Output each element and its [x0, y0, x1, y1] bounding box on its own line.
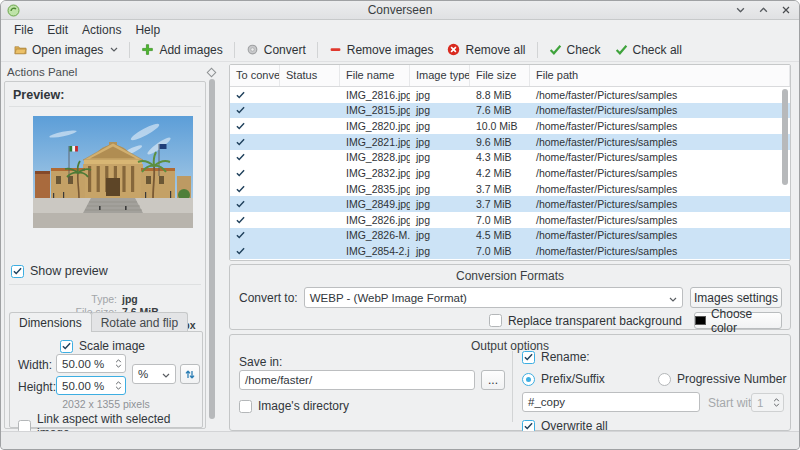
table-scrollbar[interactable]: [781, 88, 789, 259]
row-file-name: IMG_2816.jpg: [340, 89, 410, 101]
table-row[interactable]: IMG_2826.jpg jpg 7.0 MiB /home/faster/Pi…: [230, 212, 790, 228]
images-directory-label: Image's directory: [258, 399, 349, 413]
remove-images-button[interactable]: Remove images: [322, 41, 441, 59]
row-file-size: 8.8 MiB: [470, 89, 530, 101]
table-row[interactable]: IMG_2849.jpg jpg 3.7 MiB /home/faster/Pi…: [230, 196, 790, 212]
row-check-icon[interactable]: [230, 198, 280, 210]
table-row[interactable]: IMG_2815.jpg jpg 7.6 MiB /home/faster/Pi…: [230, 103, 790, 119]
panel-scrollbar-thumb[interactable]: [209, 79, 215, 419]
progressive-number-radio[interactable]: [658, 373, 671, 386]
height-label: Height:: [18, 380, 56, 394]
chevron-down-icon: [162, 368, 170, 380]
type-label: Type:: [5, 293, 117, 305]
replace-transparent-checkbox[interactable]: [489, 314, 502, 327]
row-file-path: /home/faster/Pictures/samples: [530, 120, 790, 132]
table-row[interactable]: IMG_2816.jpg jpg 8.8 MiB /home/faster/Pi…: [230, 87, 790, 103]
table-row[interactable]: IMG_2854-2.j... jpg 7.0 MiB /home/faster…: [230, 243, 790, 259]
convert-button[interactable]: Convert: [239, 41, 313, 59]
table-scrollbar-thumb[interactable]: [782, 89, 788, 185]
header-status[interactable]: Status: [280, 65, 340, 86]
swap-arrows-icon: [185, 369, 195, 380]
spinner-arrows-icon[interactable]: [111, 359, 125, 368]
maximize-icon[interactable]: [756, 3, 770, 17]
choose-color-button[interactable]: Choose color: [694, 312, 782, 329]
minimize-icon[interactable]: [733, 3, 747, 17]
row-check-icon[interactable]: [230, 245, 280, 257]
row-image-type: jpg: [410, 229, 470, 241]
table-row[interactable]: IMG_2832.jpg jpg 4.2 MiB /home/faster/Pi…: [230, 165, 790, 181]
row-file-name: IMG_2835.jpg: [340, 183, 410, 195]
rename-label: Rename:: [541, 350, 590, 364]
check-button[interactable]: Check: [542, 41, 608, 59]
menu-actions[interactable]: Actions: [75, 22, 128, 38]
menu-edit[interactable]: Edit: [40, 22, 75, 38]
scale-image-checkbox[interactable]: [60, 340, 73, 353]
rename-pattern-input[interactable]: #_copy: [522, 392, 700, 412]
row-check-icon[interactable]: [230, 89, 280, 101]
menu-help[interactable]: Help: [128, 22, 167, 38]
show-preview-checkbox[interactable]: [11, 265, 24, 278]
check-all-button[interactable]: Check all: [608, 41, 689, 59]
close-icon[interactable]: [779, 3, 793, 17]
convert-gear-icon: [246, 43, 259, 56]
toolbar-separator: [317, 42, 318, 58]
add-images-button[interactable]: Add images: [134, 41, 229, 59]
menu-file[interactable]: File: [7, 22, 40, 38]
actions-panel-title: Actions Panel: [7, 66, 77, 78]
row-file-size: 3.7 MiB: [470, 198, 530, 210]
header-file-path[interactable]: File path: [530, 65, 790, 86]
row-check-icon[interactable]: [230, 104, 280, 116]
open-images-button[interactable]: Open images: [7, 41, 125, 59]
row-image-type: jpg: [410, 89, 470, 101]
save-in-input[interactable]: /home/faster/: [239, 370, 475, 390]
row-check-icon[interactable]: [230, 183, 280, 195]
prefix-suffix-label: Prefix/Suffix: [541, 372, 605, 386]
divider: [512, 351, 513, 422]
row-check-icon[interactable]: [230, 136, 280, 148]
spinner-arrows-icon[interactable]: [769, 398, 783, 407]
spinner-arrows-icon[interactable]: [111, 381, 125, 390]
header-file-name[interactable]: File name: [340, 65, 410, 86]
format-dropdown[interactable]: WEBP - (WebP Image Format): [304, 287, 683, 308]
row-file-size: 10.0 MiB: [470, 120, 530, 132]
table-row[interactable]: IMG_2820.jpg jpg 10.0 MiB /home/faster/P…: [230, 118, 790, 134]
row-file-name: IMG_2849.jpg: [340, 198, 410, 210]
height-value: 50.00 %: [62, 380, 104, 392]
add-plus-icon: [141, 43, 154, 56]
images-directory-checkbox[interactable]: [239, 400, 252, 413]
images-settings-button[interactable]: Images settings: [690, 287, 782, 308]
reset-dimensions-button[interactable]: [180, 364, 200, 384]
unit-dropdown[interactable]: %: [132, 364, 176, 384]
convert-label: Convert: [264, 43, 306, 57]
browse-button[interactable]: ...: [481, 370, 505, 390]
header-file-size[interactable]: File size: [470, 65, 530, 86]
panel-scrollbar[interactable]: [208, 77, 216, 425]
row-check-icon[interactable]: [230, 229, 280, 241]
table-row[interactable]: IMG_2828.jpg jpg 4.3 MiB /home/faster/Pi…: [230, 150, 790, 166]
dimensions-tab-panel: Scale image Width: 50.00 % Height: 50.00…: [9, 331, 203, 428]
row-check-icon[interactable]: [230, 167, 280, 179]
rename-checkbox[interactable]: [522, 351, 535, 364]
table-row[interactable]: IMG_2835.jpg jpg 3.7 MiB /home/faster/Pi…: [230, 181, 790, 197]
row-file-size: 4.2 MiB: [470, 167, 530, 179]
table-row[interactable]: IMG_2826-M... jpg 4.5 MiB /home/faster/P…: [230, 228, 790, 244]
tab-dimensions[interactable]: Dimensions: [9, 312, 92, 332]
height-spinner[interactable]: 50.00 %: [56, 376, 126, 395]
prefix-suffix-radio[interactable]: [522, 373, 535, 386]
width-spinner[interactable]: 50.00 %: [56, 354, 126, 373]
float-panel-icon[interactable]: [207, 67, 217, 77]
remove-all-button[interactable]: Remove all: [440, 41, 532, 59]
table-row[interactable]: IMG_2821.jpg jpg 9.6 MiB /home/faster/Pi…: [230, 134, 790, 150]
row-check-icon[interactable]: [230, 120, 280, 132]
row-check-icon[interactable]: [230, 214, 280, 226]
header-to-convert[interactable]: To convert: [230, 65, 280, 86]
tab-rotate-flip[interactable]: Rotate and flip: [91, 312, 188, 332]
header-image-type[interactable]: Image type: [410, 65, 470, 86]
start-with-spinner[interactable]: 1: [751, 393, 784, 412]
progressive-number-label: Progressive Number: [677, 372, 786, 386]
row-check-icon[interactable]: [230, 151, 280, 163]
row-file-size: 7.0 MiB: [470, 245, 530, 257]
replace-transparent-label: Replace transparent background: [508, 314, 682, 328]
remove-images-label: Remove images: [347, 43, 434, 57]
titlebar[interactable]: Converseen: [1, 1, 799, 20]
